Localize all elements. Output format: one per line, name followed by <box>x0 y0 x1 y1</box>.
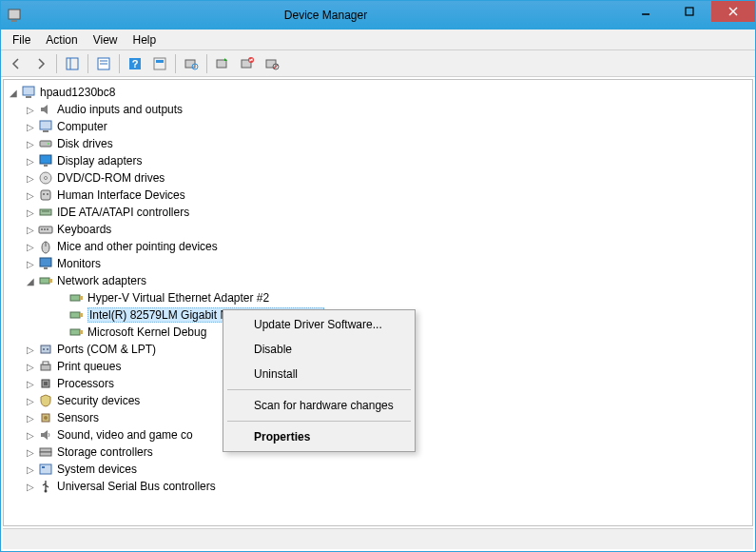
tree-label: Mice and other pointing devices <box>57 240 218 253</box>
network-icon <box>38 273 53 288</box>
titlebar[interactable]: Device Manager <box>1 1 755 30</box>
expand-icon[interactable]: ▷ <box>25 378 36 389</box>
context-menu-item[interactable]: Scan for hardware changes <box>225 393 413 418</box>
expand-icon[interactable]: ▷ <box>25 241 36 252</box>
tree-root[interactable]: ◢hpaud1230bc8 <box>4 84 752 101</box>
display-icon <box>38 153 53 168</box>
tree-category[interactable]: ▷Disk drives <box>4 135 752 152</box>
svg-point-30 <box>48 143 49 145</box>
tree-category[interactable]: ▷DVD/CD-ROM drives <box>4 169 752 187</box>
expand-icon[interactable]: ▷ <box>25 138 36 149</box>
expand-icon[interactable]: ▷ <box>25 446 36 458</box>
monitor-icon <box>38 256 53 271</box>
sensor-icon <box>38 410 53 425</box>
toolbar-separator <box>119 54 120 73</box>
svg-rect-51 <box>80 296 83 300</box>
tree-category[interactable]: ▷Mice and other pointing devices <box>4 238 752 255</box>
expand-icon[interactable]: ▷ <box>25 104 36 115</box>
svg-rect-17 <box>217 60 226 68</box>
expand-icon[interactable]: ▷ <box>25 224 36 235</box>
tree-device[interactable]: Hyper-V Virtual Ethernet Adapter #2 <box>4 289 752 306</box>
tree-label: Print queues <box>57 360 121 373</box>
menu-view[interactable]: View <box>86 30 126 49</box>
dvd-icon <box>38 170 53 186</box>
svg-rect-65 <box>40 448 51 452</box>
back-button[interactable] <box>5 52 28 75</box>
toolbar-separator <box>206 54 207 73</box>
update-driver-button[interactable] <box>211 52 234 75</box>
tree-category[interactable]: ▷Audio inputs and outputs <box>4 101 752 118</box>
minimize-button[interactable] <box>624 1 668 22</box>
tree-category[interactable]: ▷IDE ATA/ATAPI controllers <box>4 204 752 221</box>
tree-label: Sound, video and game co <box>57 428 193 442</box>
tree-label: Computer <box>57 120 107 133</box>
maximize-button[interactable] <box>668 1 711 22</box>
disable-button[interactable] <box>261 52 283 75</box>
tree-category[interactable]: ▷Keyboards <box>4 221 752 238</box>
expand-icon[interactable]: ▷ <box>25 429 36 441</box>
expand-icon[interactable]: ▷ <box>25 172 36 184</box>
expand-icon[interactable]: ▷ <box>25 344 36 355</box>
svg-rect-59 <box>41 365 50 370</box>
tree-label: Network adapters <box>57 274 146 287</box>
svg-rect-38 <box>40 209 51 215</box>
menu-action[interactable]: Action <box>38 30 85 49</box>
tree-label: Security devices <box>57 394 140 407</box>
action-button[interactable] <box>148 52 171 75</box>
tree-category[interactable]: ▷Human Interface Devices <box>4 187 752 204</box>
forward-button[interactable] <box>29 52 52 75</box>
collapse-icon[interactable]: ◢ <box>8 87 19 98</box>
toolbar-separator <box>56 54 57 73</box>
expand-icon[interactable]: ▷ <box>25 395 36 406</box>
context-menu-item[interactable]: Properties <box>225 424 413 449</box>
tree-category[interactable]: ▷System devices <box>4 461 752 478</box>
network-icon <box>68 290 84 306</box>
sound-icon <box>38 427 53 443</box>
expand-icon[interactable]: ◢ <box>25 275 36 286</box>
svg-rect-26 <box>26 96 31 98</box>
expand-icon[interactable]: ▷ <box>25 155 36 167</box>
audio-icon <box>38 102 53 117</box>
tree-label: Storage controllers <box>57 445 153 459</box>
tree-label: DVD/CD-ROM drives <box>57 171 165 185</box>
computer-icon <box>38 119 53 134</box>
tree-label: Universal Serial Bus controllers <box>57 480 216 493</box>
expand-icon[interactable]: ▷ <box>25 412 36 424</box>
context-menu: Update Driver Software...DisableUninstal… <box>223 309 416 452</box>
svg-rect-35 <box>41 190 50 200</box>
context-menu-item[interactable]: Disable <box>225 337 413 362</box>
uninstall-button[interactable] <box>236 52 259 75</box>
menu-file[interactable]: File <box>5 30 38 49</box>
properties-button[interactable] <box>92 52 115 75</box>
show-hide-tree-button[interactable] <box>61 52 84 75</box>
computer-icon <box>21 85 36 100</box>
cpu-icon <box>38 376 53 391</box>
scan-hardware-button[interactable] <box>180 52 203 75</box>
tree-category[interactable]: ◢Network adapters <box>4 272 752 289</box>
context-menu-item[interactable]: Uninstall <box>225 362 413 386</box>
svg-point-36 <box>43 193 45 195</box>
expand-icon[interactable]: ▷ <box>25 361 36 372</box>
svg-rect-49 <box>49 279 52 283</box>
expand-icon[interactable]: ▷ <box>25 463 36 475</box>
expand-icon[interactable]: ▷ <box>25 189 36 201</box>
tree-category[interactable]: ▷Computer <box>4 118 752 135</box>
ide-icon <box>38 205 53 220</box>
tree-category[interactable]: ▷Display adapters <box>4 152 752 169</box>
svg-rect-3 <box>686 8 693 15</box>
window-controls <box>624 1 755 30</box>
expand-icon[interactable]: ▷ <box>25 481 36 492</box>
tree-category[interactable]: ▷Universal Serial Bus controllers <box>4 478 752 495</box>
context-menu-item[interactable]: Update Driver Software... <box>225 312 413 337</box>
close-button[interactable] <box>711 1 755 22</box>
expand-icon[interactable]: ▷ <box>25 207 36 218</box>
storage-icon <box>38 444 53 460</box>
svg-rect-14 <box>156 60 164 63</box>
security-icon <box>38 393 53 408</box>
tree-label: Keyboards <box>57 223 111 236</box>
menu-help[interactable]: Help <box>126 30 165 49</box>
tree-category[interactable]: ▷Monitors <box>4 255 752 272</box>
expand-icon[interactable]: ▷ <box>25 121 36 132</box>
expand-icon[interactable]: ▷ <box>25 258 36 269</box>
help-button[interactable]: ? <box>124 52 146 75</box>
